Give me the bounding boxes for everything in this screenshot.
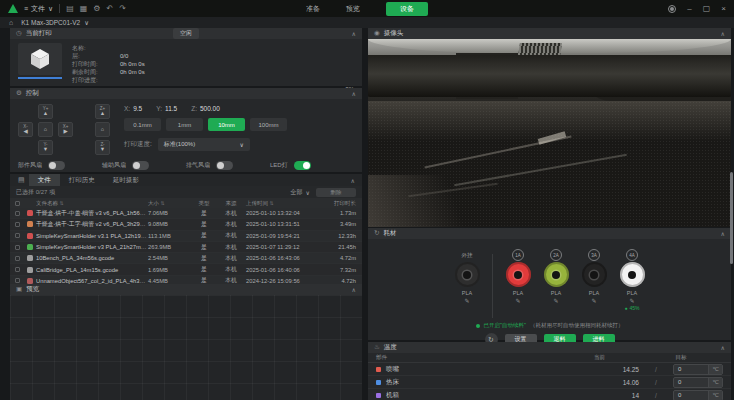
spool-external[interactable] bbox=[455, 262, 480, 287]
minimize-button[interactable]: – bbox=[687, 5, 691, 13]
edit-icon[interactable]: ✎ bbox=[553, 297, 558, 304]
collapse-icon[interactable]: ∧ bbox=[721, 344, 725, 351]
tab-print-history[interactable]: 打印历史 bbox=[60, 174, 104, 186]
table-row[interactable]: 干燥盒-烘干-中盖-细管 v3 v6_PLA_1h56m.gcode 7.06M… bbox=[10, 208, 362, 219]
file-status-icon bbox=[27, 244, 33, 250]
select-all-checkbox[interactable] bbox=[15, 201, 20, 206]
close-button[interactable]: × bbox=[721, 5, 726, 13]
row-checkbox[interactable] bbox=[15, 222, 20, 227]
tab-prepare[interactable]: 准备 bbox=[306, 4, 320, 14]
save-icon[interactable]: ▦ bbox=[80, 5, 88, 13]
edit-icon[interactable]: ✎ bbox=[515, 297, 520, 304]
table-row[interactable]: 10Bench_PLA_34m56s.gcode 2.54MB 是 本机 202… bbox=[10, 253, 362, 264]
file-name: SimpleKeySmartHolder v3.1 PLA_12h19m.gco… bbox=[36, 233, 148, 239]
sort-icon[interactable]: ⇅ bbox=[60, 200, 64, 206]
row-checkbox[interactable] bbox=[15, 278, 20, 283]
tab-timelapse[interactable]: 延时摄影 bbox=[104, 174, 148, 186]
control-body: X- ◀ Y+ ▲ ⌂ Y- ▼ X bbox=[10, 99, 362, 155]
exhaust-fan-toggle[interactable] bbox=[216, 161, 233, 170]
camera-feed[interactable] bbox=[368, 39, 731, 227]
nozzle-icon bbox=[376, 367, 381, 372]
ams-slot-1[interactable]: 1A PLA ✎ bbox=[499, 248, 537, 318]
thumbnail-progress-bar bbox=[18, 77, 62, 79]
collapse-icon[interactable]: ∧ bbox=[721, 30, 725, 37]
chevron-down-icon: ∨ bbox=[84, 19, 89, 27]
open-file-icon[interactable]: ▤ bbox=[66, 5, 74, 13]
row-checkbox[interactable] bbox=[15, 245, 20, 250]
bed-temp-row: 热床 14.06 / 0 ℃ bbox=[368, 376, 731, 389]
step-100mm-button[interactable]: 100mm bbox=[250, 118, 287, 131]
spool-red[interactable] bbox=[506, 262, 531, 287]
jog-x-minus-button[interactable]: X- ◀ bbox=[18, 122, 33, 137]
tab-files[interactable]: 文件 bbox=[29, 174, 60, 186]
part-fan-toggle[interactable] bbox=[48, 161, 65, 170]
control-title: 控制 bbox=[26, 89, 39, 98]
file-name: 10Bench_PLA_34m56s.gcode bbox=[36, 255, 148, 261]
step-size-group: 0.1mm 1mm 10mm 100mm bbox=[124, 118, 354, 131]
jog-y-minus-button[interactable]: Y- ▼ bbox=[38, 140, 53, 155]
collapse-icon[interactable]: ∧ bbox=[352, 30, 356, 37]
speed-select[interactable]: 标准(100%) ∨ bbox=[158, 138, 250, 151]
user-avatar-icon[interactable] bbox=[668, 5, 676, 13]
sort-icon[interactable]: ⇅ bbox=[161, 200, 165, 206]
external-label: 外挂 bbox=[462, 252, 473, 259]
vertical-scrollbar[interactable] bbox=[730, 172, 733, 264]
step-10mm-button[interactable]: 10mm bbox=[208, 118, 245, 131]
ams-slot-3[interactable]: 3A PLA ✎ bbox=[575, 248, 613, 318]
table-row[interactable]: SimpleKeySmartHolder v3.1 PLA_12h19m.gco… bbox=[10, 231, 362, 242]
sort-icon[interactable]: ⇅ bbox=[270, 200, 274, 206]
window-controls: – ▢ × bbox=[668, 5, 726, 13]
table-row[interactable]: SimpleKeySmartHolder v3 PLA_21h27m.gcode… bbox=[10, 242, 362, 253]
row-checkbox[interactable] bbox=[15, 233, 20, 238]
delete-button[interactable]: 删除 bbox=[316, 188, 356, 197]
step-0.1mm-button[interactable]: 0.1mm bbox=[124, 118, 161, 131]
jog-z-minus-button[interactable]: Z- ▼ bbox=[95, 140, 110, 155]
home-icon[interactable]: ⌂ bbox=[9, 19, 13, 26]
spool-black[interactable] bbox=[582, 262, 607, 287]
collapse-icon[interactable]: ∧ bbox=[351, 177, 355, 184]
edit-icon[interactable]: ✎ bbox=[591, 297, 596, 304]
chevron-down-icon: ∨ bbox=[48, 5, 53, 13]
row-checkbox[interactable] bbox=[15, 267, 20, 272]
nozzle-target-input[interactable]: 0 ℃ bbox=[673, 364, 723, 375]
home-z-button[interactable]: ⌂ bbox=[95, 122, 110, 137]
spool-white[interactable] bbox=[620, 262, 645, 287]
chamber-target-input[interactable]: 0 ℃ bbox=[673, 390, 723, 400]
jog-x-plus-button[interactable]: X+ ▶ bbox=[58, 122, 73, 137]
row-checkbox[interactable] bbox=[15, 256, 20, 261]
settings-icon[interactable]: ⚙ bbox=[93, 5, 100, 13]
file-name: 干燥盒-烘干-中盖-细管 v3 v6_PLA_1h56m.gcode bbox=[36, 209, 148, 218]
filter-select[interactable]: 全部 ∨ bbox=[291, 188, 310, 197]
tab-preview[interactable]: 预览 bbox=[346, 4, 360, 14]
files-tabs: ▤ 文件 打印历史 延时摄影 ∧ bbox=[10, 174, 362, 186]
edit-icon[interactable]: ✎ bbox=[464, 297, 469, 304]
gear-icon: ⚙ bbox=[16, 90, 22, 97]
led-toggle[interactable] bbox=[294, 161, 311, 170]
ams-slot-2[interactable]: 2A PLA ✎ bbox=[537, 248, 575, 318]
edit-icon[interactable]: ✎ bbox=[629, 297, 634, 304]
collapse-icon[interactable]: ∧ bbox=[352, 286, 356, 293]
bed-target-input[interactable]: 0 ℃ bbox=[673, 377, 723, 388]
row-checkbox[interactable] bbox=[15, 211, 20, 216]
home-xy-button[interactable]: ⌂ bbox=[38, 122, 53, 137]
tab-device[interactable]: 设备 bbox=[386, 2, 428, 16]
status-field: 打印时间:0h 0m 0s bbox=[72, 60, 354, 68]
collapse-icon[interactable]: ∧ bbox=[721, 230, 725, 237]
redo-icon[interactable]: ↷ bbox=[119, 5, 126, 13]
table-row[interactable]: CaliBridge_PLA_14m15s.gcode 1.69MB 是 本机 … bbox=[10, 264, 362, 275]
left-arrow-icon: ◀ bbox=[23, 129, 27, 135]
maximize-button[interactable]: ▢ bbox=[703, 5, 711, 13]
step-1mm-button[interactable]: 1mm bbox=[166, 118, 203, 131]
printer-selector[interactable]: K1 Max-3DPC01-V2 ∨ bbox=[21, 19, 89, 27]
ams-slot-4[interactable]: 4A PLA ✎ ● 45% bbox=[613, 248, 651, 318]
collapse-icon[interactable]: ∧ bbox=[352, 90, 356, 97]
external-spool-slot[interactable]: 外挂 PLA ✎ bbox=[448, 248, 486, 318]
file-menu[interactable]: ≡ 文件 ∨ bbox=[24, 4, 53, 14]
jog-y-plus-button[interactable]: Y+ ▲ bbox=[38, 104, 53, 119]
undo-icon[interactable]: ↶ bbox=[107, 5, 114, 13]
table-row[interactable]: 干燥盒-烘干-工字-细管 v2 v6_PLA_3h29m.gcode 9.08M… bbox=[10, 219, 362, 230]
aux-fan-toggle[interactable] bbox=[132, 161, 149, 170]
file-name: CaliBridge_PLA_14m15s.gcode bbox=[36, 267, 148, 273]
spool-green[interactable] bbox=[544, 262, 569, 287]
jog-z-plus-button[interactable]: Z+ ▲ bbox=[95, 104, 110, 119]
